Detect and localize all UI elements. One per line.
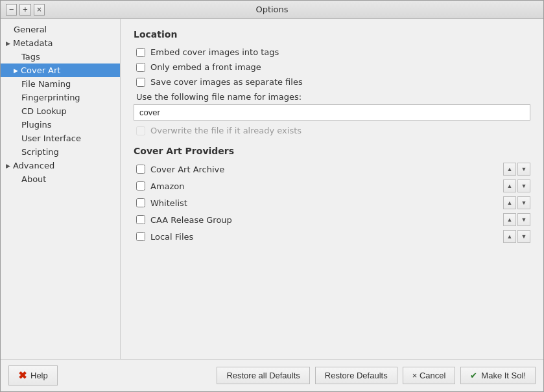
caa-release-group-btns: ▲ ▼ xyxy=(503,213,530,226)
caa-release-group-checkbox[interactable] xyxy=(136,215,145,224)
cancel-icon: × xyxy=(412,371,420,380)
front-only-row: Only embed a front image xyxy=(134,62,530,72)
whitelist-btns: ▲ ▼ xyxy=(503,196,530,209)
save-separate-checkbox[interactable] xyxy=(136,78,145,87)
provider-row-whitelist: Whitelist ▲ ▼ xyxy=(134,196,530,209)
restore-label: Restore Defaults xyxy=(325,371,388,380)
location-title: Location xyxy=(134,29,530,40)
cover-art-archive-btns: ▲ ▼ xyxy=(503,163,530,176)
restore-all-label: Restore all Defaults xyxy=(226,371,300,380)
overwrite-label[interactable]: Overwrite the file if it already exists xyxy=(150,126,302,135)
close-button[interactable]: × xyxy=(34,4,45,16)
sidebar-item-advanced[interactable]: ▶ Advanced xyxy=(1,159,120,172)
sidebar-label-general: General xyxy=(14,25,47,34)
sidebar: General ▶ Metadata Tags ▶ Cover Art File… xyxy=(1,19,121,359)
local-files-checkbox[interactable] xyxy=(136,232,145,241)
sidebar-item-cd-lookup[interactable]: CD Lookup xyxy=(1,104,120,118)
local-files-btns: ▲ ▼ xyxy=(503,230,530,243)
cancel-label: Cancel xyxy=(420,371,445,380)
local-files-label: Local Files xyxy=(150,232,498,242)
sidebar-item-general[interactable]: General xyxy=(1,23,120,36)
help-icon: ✖ xyxy=(18,369,27,382)
footer: ✖ Help Restore all Defaults Restore Defa… xyxy=(1,359,543,391)
help-button[interactable]: ✖ Help xyxy=(8,365,58,386)
sidebar-item-user-interface[interactable]: User Interface xyxy=(1,132,120,145)
sidebar-item-about[interactable]: About xyxy=(1,172,120,186)
amazon-btns: ▲ ▼ xyxy=(503,179,530,192)
caa-release-group-up[interactable]: ▲ xyxy=(503,213,516,226)
cover-art-archive-label: Cover Art Archive xyxy=(150,165,498,174)
arrow-icon-advanced: ▶ xyxy=(6,163,10,169)
amazon-up[interactable]: ▲ xyxy=(503,179,516,192)
caa-release-group-label: CAA Release Group xyxy=(150,215,498,225)
sidebar-label-metadata: Metadata xyxy=(13,38,53,48)
check-icon: ✔ xyxy=(470,371,477,380)
local-files-up[interactable]: ▲ xyxy=(503,230,516,243)
sidebar-label-fingerprinting: Fingerprinting xyxy=(21,93,80,102)
window: − + × Options General ▶ Metadata Tags ▶ … xyxy=(0,0,544,392)
front-only-label[interactable]: Only embed a front image xyxy=(150,62,261,72)
local-files-down[interactable]: ▼ xyxy=(517,230,530,243)
save-separate-label[interactable]: Save cover images as separate files xyxy=(150,77,303,87)
embed-cover-row: Embed cover images into tags xyxy=(134,47,530,57)
restore-all-button[interactable]: Restore all Defaults xyxy=(217,367,309,384)
sidebar-label-cover-art: Cover Art xyxy=(21,65,61,75)
provider-row-caa-release-group: CAA Release Group ▲ ▼ xyxy=(134,213,530,226)
providers-section: Cover Art Providers Cover Art Archive ▲ … xyxy=(134,146,530,243)
whitelist-label: Whitelist xyxy=(150,198,498,208)
make-it-sol-label: Make It Sol! xyxy=(481,371,526,380)
sidebar-item-metadata[interactable]: ▶ Metadata xyxy=(1,36,120,50)
sidebar-label-about: About xyxy=(21,174,46,184)
sidebar-label-advanced: Advanced xyxy=(13,161,54,170)
sidebar-item-cover-art[interactable]: ▶ Cover Art xyxy=(1,63,120,77)
titlebar: − + × Options xyxy=(1,1,543,19)
whitelist-up[interactable]: ▲ xyxy=(503,196,516,209)
sidebar-label-user-interface: User Interface xyxy=(21,133,81,143)
minimize-button[interactable]: − xyxy=(6,4,17,16)
overwrite-row: Overwrite the file if it already exists xyxy=(134,126,530,135)
main-content: General ▶ Metadata Tags ▶ Cover Art File… xyxy=(1,19,543,359)
save-separate-row: Save cover images as separate files xyxy=(134,77,530,87)
amazon-checkbox[interactable] xyxy=(136,181,145,190)
sidebar-label-scripting: Scripting xyxy=(21,147,59,157)
restore-button[interactable]: Restore Defaults xyxy=(315,367,397,384)
caa-release-group-down[interactable]: ▼ xyxy=(517,213,530,226)
footer-left: ✖ Help xyxy=(8,365,58,386)
cancel-button[interactable]: × Cancel xyxy=(403,367,456,384)
embed-cover-label[interactable]: Embed cover images into tags xyxy=(150,47,279,57)
cover-art-archive-up[interactable]: ▲ xyxy=(503,163,516,176)
cover-art-archive-down[interactable]: ▼ xyxy=(517,163,530,176)
whitelist-checkbox[interactable] xyxy=(136,198,145,207)
arrow-icon-metadata: ▶ xyxy=(6,40,10,47)
overwrite-checkbox[interactable] xyxy=(136,126,145,135)
amazon-label: Amazon xyxy=(150,181,498,191)
sidebar-label-tags: Tags xyxy=(21,52,40,62)
file-name-input[interactable] xyxy=(134,104,530,121)
sidebar-label-file-naming: File Naming xyxy=(21,79,71,89)
sidebar-label-cd-lookup: CD Lookup xyxy=(21,106,67,116)
provider-row-cover-art-archive: Cover Art Archive ▲ ▼ xyxy=(134,163,530,176)
sidebar-item-scripting[interactable]: Scripting xyxy=(1,145,120,159)
sidebar-item-fingerprinting[interactable]: Fingerprinting xyxy=(1,91,120,104)
cover-art-archive-checkbox[interactable] xyxy=(136,165,145,174)
provider-row-local-files: Local Files ▲ ▼ xyxy=(134,230,530,243)
footer-right: Restore all Defaults Restore Defaults × … xyxy=(58,367,536,384)
make-it-sol-button[interactable]: ✔ Make It Sol! xyxy=(460,367,536,384)
sidebar-item-plugins[interactable]: Plugins xyxy=(1,118,120,132)
provider-row-amazon: Amazon ▲ ▼ xyxy=(134,179,530,192)
embed-cover-checkbox[interactable] xyxy=(136,48,145,57)
amazon-down[interactable]: ▼ xyxy=(517,179,530,192)
sidebar-item-file-naming[interactable]: File Naming xyxy=(1,77,120,91)
help-label: Help xyxy=(30,371,48,380)
front-only-checkbox[interactable] xyxy=(136,63,145,72)
sidebar-item-tags[interactable]: Tags xyxy=(1,50,120,63)
arrow-active-icon: ▶ xyxy=(14,67,18,74)
maximize-button[interactable]: + xyxy=(19,4,30,16)
window-title: Options xyxy=(45,5,499,14)
file-name-label: Use the following file name for images: xyxy=(136,92,530,102)
sidebar-label-plugins: Plugins xyxy=(21,120,52,130)
providers-title: Cover Art Providers xyxy=(134,146,530,156)
right-panel: Location Embed cover images into tags On… xyxy=(121,19,543,359)
whitelist-down[interactable]: ▼ xyxy=(517,196,530,209)
